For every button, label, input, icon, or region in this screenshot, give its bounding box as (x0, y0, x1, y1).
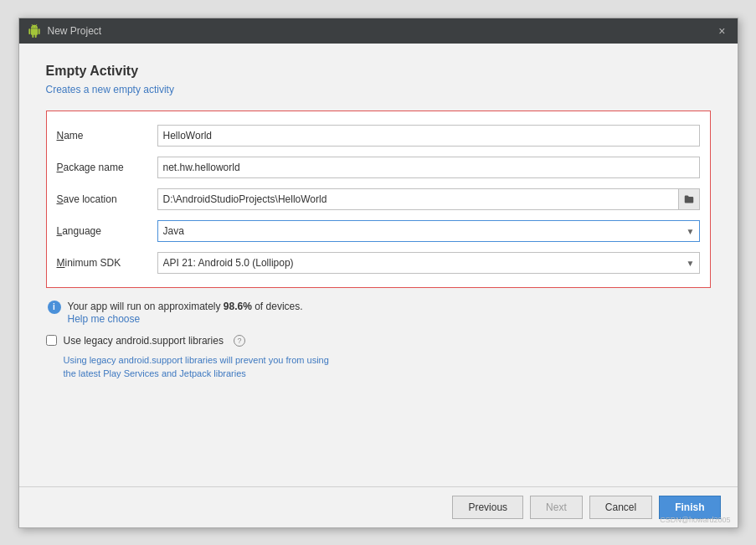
info-row: i Your app will run on approximately 98.… (46, 300, 711, 325)
title-bar-left: New Project (28, 24, 102, 38)
min-sdk-select-wrapper: API 21: Android 5.0 (Lollipop) API 22: A… (157, 252, 700, 274)
section-subtitle: Creates a new empty activity (46, 84, 711, 95)
save-location-input[interactable] (157, 188, 678, 210)
info-percentage: 98.6% (224, 301, 252, 312)
info-icon: i (48, 301, 61, 314)
warning-line2: the latest Play Services and Jetpack lib… (64, 368, 246, 378)
dialog-title: New Project (48, 25, 102, 37)
help-question-icon[interactable]: ? (234, 335, 245, 347)
folder-icon (684, 194, 694, 204)
next-button[interactable]: Next (530, 496, 583, 519)
legacy-checkbox-label: Use legacy android.support libraries (64, 335, 224, 347)
name-input[interactable] (157, 125, 700, 147)
dialog-footer: Previous Next Cancel Finish CSDN@howard2… (19, 486, 738, 527)
previous-button[interactable]: Previous (452, 496, 523, 519)
warning-line1: Using legacy android.support libraries w… (64, 355, 329, 365)
min-sdk-label: Minimum SDK (57, 257, 157, 269)
form-box: Name Package name Save location (46, 111, 711, 288)
min-sdk-row: Minimum SDK API 21: Android 5.0 (Lollipo… (47, 247, 710, 279)
language-select-wrapper: Java Kotlin ▼ (157, 220, 700, 242)
close-button[interactable]: × (715, 23, 728, 39)
watermark-text: CSDN@howard2005 (660, 516, 730, 524)
language-select[interactable]: Java Kotlin (157, 220, 700, 242)
legacy-checkbox-row: Use legacy android.support libraries ? (46, 335, 711, 347)
android-icon (28, 24, 41, 38)
package-input[interactable] (157, 157, 700, 178)
name-label: Name (57, 130, 157, 141)
min-sdk-select[interactable]: API 21: Android 5.0 (Lollipop) API 22: A… (157, 252, 700, 274)
legacy-warning-text: Using legacy android.support libraries w… (64, 353, 711, 381)
section-title: Empty Activity (46, 64, 711, 79)
info-text-after: of devices. (252, 301, 303, 312)
dialog-content: Empty Activity Creates a new empty activ… (19, 44, 738, 486)
language-label: Language (57, 225, 157, 237)
language-row: Language Java Kotlin ▼ (47, 215, 710, 247)
package-row: Package name (47, 152, 710, 183)
save-location-row: Save location (47, 183, 710, 215)
legacy-section: Use legacy android.support libraries ? U… (46, 335, 711, 381)
name-row: Name (47, 120, 710, 152)
help-me-choose-link[interactable]: Help me choose (68, 313, 141, 325)
title-bar: New Project × (19, 18, 738, 44)
new-project-dialog: New Project × Empty Activity Creates a n… (18, 18, 738, 528)
info-text-block: Your app will run on approximately 98.6%… (68, 300, 303, 325)
save-location-field-wrapper (157, 188, 700, 210)
save-location-label: Save location (57, 193, 157, 205)
legacy-checkbox[interactable] (46, 335, 57, 346)
cancel-button[interactable]: Cancel (589, 496, 652, 519)
info-text-before: Your app will run on approximately (68, 301, 224, 312)
browse-folder-button[interactable] (678, 188, 700, 210)
package-label: Package name (57, 162, 157, 173)
